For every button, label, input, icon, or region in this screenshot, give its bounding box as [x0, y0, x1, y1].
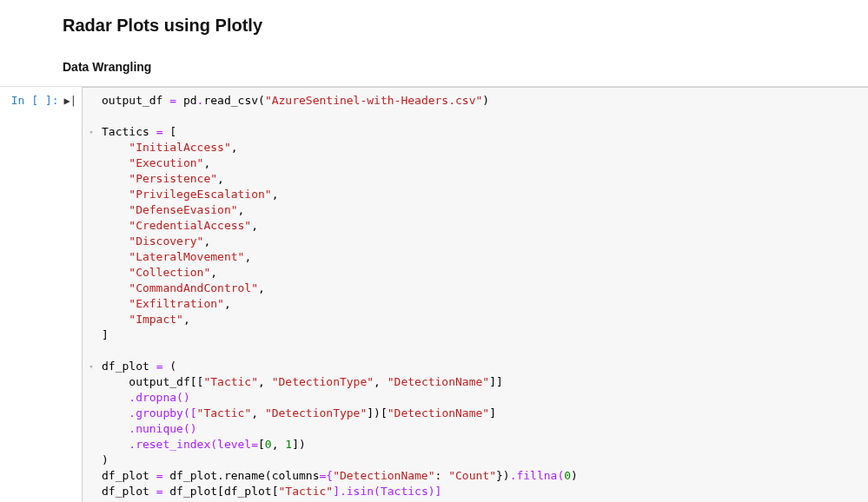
prompt-area: In [ ]: ▶|: [0, 87, 82, 502]
code-editor[interactable]: ▾ ▾ output_df = pd.read_csv("AzureSentin…: [82, 87, 868, 502]
fold-gutter[interactable]: ▾ ▾: [86, 93, 96, 374]
text-cell: Radar Plots using Plotly Data Wrangling: [0, 16, 868, 74]
page-title: Radar Plots using Plotly: [63, 16, 868, 36]
notebook-document: Radar Plots using Plotly Data Wrangling …: [0, 16, 868, 502]
input-prompt: In [ ]:: [11, 94, 59, 107]
run-cell-icon[interactable]: ▶|: [64, 95, 76, 107]
fold-toggle-icon[interactable]: ▾: [86, 359, 96, 374]
fold-toggle-icon[interactable]: ▾: [86, 124, 96, 140]
section-heading: Data Wrangling: [63, 60, 868, 74]
code-cell[interactable]: In [ ]: ▶| ▾ ▾ output_df = pd.read_csv("…: [0, 86, 868, 502]
code-content[interactable]: output_df = pd.read_csv("AzureSentinel-w…: [102, 93, 861, 502]
